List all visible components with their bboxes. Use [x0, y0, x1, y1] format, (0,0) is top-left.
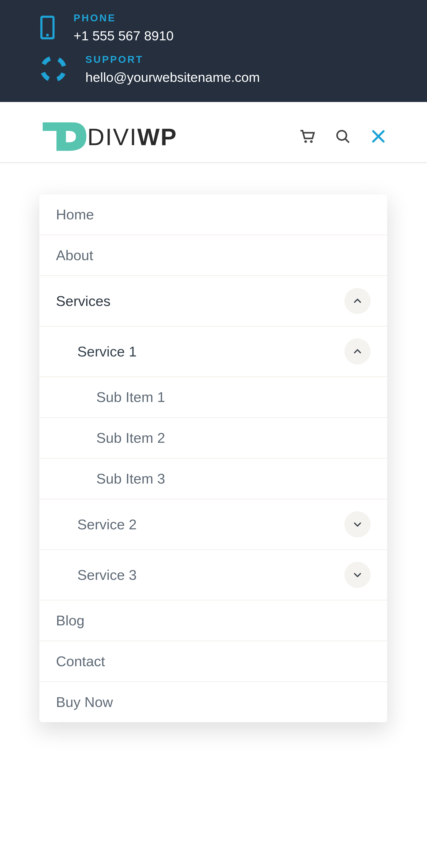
support-label: SUPPORT	[85, 54, 260, 65]
menu-item-contact[interactable]: Contact	[39, 641, 387, 682]
close-icon[interactable]	[370, 128, 387, 146]
svg-point-5	[310, 140, 313, 143]
menu-item-about[interactable]: About	[39, 235, 387, 276]
menu-item-label: Sub Item 1	[96, 389, 165, 405]
site-header: DIVIWP	[0, 102, 427, 163]
menu-item-label: Service 3	[77, 567, 136, 583]
menu-item-sub-1[interactable]: Sub Item 1	[39, 377, 387, 418]
menu-item-buy-now[interactable]: Buy Now	[39, 682, 387, 722]
svg-point-4	[304, 140, 307, 143]
chevron-up-icon[interactable]	[344, 338, 370, 365]
menu-item-label: About	[56, 247, 93, 264]
menu-item-sub-3[interactable]: Sub Item 3	[39, 459, 387, 499]
top-info-bar: PHONE +1 555 567 8910 SUPPORT hello@your…	[0, 0, 427, 102]
menu-item-label: Blog	[56, 612, 85, 629]
menu-item-home[interactable]: Home	[39, 194, 387, 235]
life-ring-icon	[40, 56, 66, 83]
phone-label: PHONE	[73, 12, 174, 24]
menu-item-sub-2[interactable]: Sub Item 2	[39, 418, 387, 459]
menu-item-label: Contact	[56, 653, 105, 670]
svg-point-6	[337, 131, 346, 140]
cart-icon[interactable]	[299, 128, 315, 146]
menu-item-service-3[interactable]: Service 3	[39, 550, 387, 600]
logo-text: DIVIWP	[87, 123, 178, 151]
menu-item-label: Home	[56, 206, 94, 223]
phone-icon	[40, 16, 55, 40]
menu-item-label: Sub Item 3	[96, 470, 165, 487]
phone-row: PHONE +1 555 567 8910	[40, 7, 387, 49]
svg-point-2	[42, 58, 64, 80]
menu-item-label: Buy Now	[56, 694, 113, 710]
menu-item-label: Services	[56, 293, 111, 309]
site-logo[interactable]: DIVIWP	[40, 119, 178, 155]
logo-mark-icon	[40, 119, 88, 155]
menu-item-blog[interactable]: Blog	[39, 600, 387, 641]
menu-item-services[interactable]: Services	[39, 276, 387, 327]
menu-item-label: Service 1	[77, 343, 136, 360]
chevron-down-icon[interactable]	[344, 562, 370, 588]
mobile-menu-panel: Home About Services Service 1 Sub Item 1…	[39, 194, 387, 722]
menu-item-service-2[interactable]: Service 2	[39, 499, 387, 550]
support-value[interactable]: hello@yourwebsitename.com	[85, 69, 260, 85]
menu-item-service-1[interactable]: Service 1	[39, 327, 387, 377]
support-row: SUPPORT hello@yourwebsitename.com	[40, 49, 387, 90]
menu-item-label: Service 2	[77, 516, 136, 533]
chevron-down-icon[interactable]	[344, 511, 370, 537]
phone-value[interactable]: +1 555 567 8910	[73, 28, 174, 43]
search-icon[interactable]	[334, 128, 351, 146]
svg-line-7	[345, 139, 349, 143]
svg-point-1	[46, 34, 49, 36]
chevron-up-icon[interactable]	[344, 288, 370, 314]
menu-item-label: Sub Item 2	[96, 430, 165, 446]
